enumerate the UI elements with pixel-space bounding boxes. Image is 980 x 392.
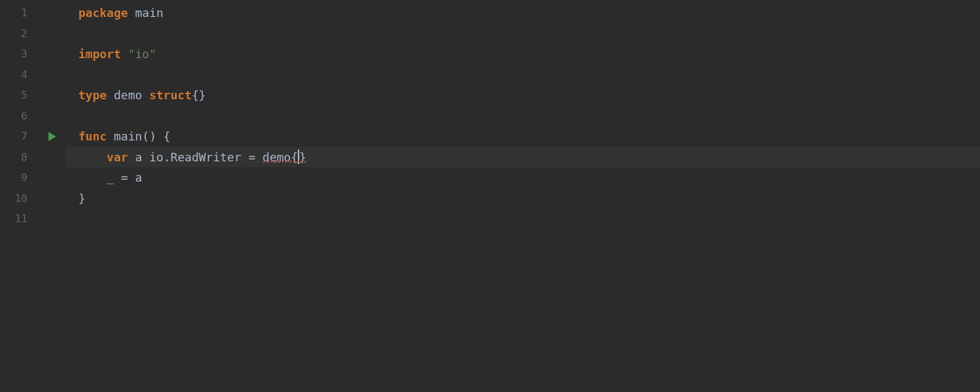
line-number: 2 — [0, 24, 39, 44]
keyword-type: type — [78, 88, 106, 102]
equals: = — [248, 150, 255, 164]
code-line[interactable]: package main — [65, 3, 980, 24]
line-number: 8 — [0, 147, 39, 168]
dot: . — [163, 150, 171, 164]
keyword-package: package — [78, 6, 128, 20]
line-number: 3 — [0, 44, 39, 65]
keyword-struct: struct — [149, 88, 191, 102]
code-line[interactable] — [65, 65, 980, 86]
code-line[interactable]: func main() { — [65, 126, 980, 147]
keyword-func: func — [78, 129, 106, 143]
code-line-current[interactable]: var a io.ReadWriter = demo{} — [65, 147, 980, 168]
braces: {} — [191, 88, 206, 102]
type-readwriter: ReadWriter — [171, 150, 241, 164]
parens: () — [142, 129, 157, 143]
code-line[interactable]: type demo struct{} — [65, 85, 980, 106]
lit-open-brace: { — [291, 150, 298, 164]
code-line[interactable] — [65, 24, 980, 44]
line-number: 7 — [0, 126, 39, 147]
composite-type: demo — [263, 150, 291, 164]
type-name: demo — [114, 88, 142, 102]
run-icon[interactable] — [48, 132, 57, 141]
code-line[interactable]: _ = a — [65, 167, 980, 188]
equals: = — [121, 171, 128, 184]
var-name: a — [135, 150, 142, 164]
line-number-gutter: 1 2 3 4 5 6 7 8 9 10 11 — [0, 0, 39, 392]
keyword-var: var — [106, 150, 128, 164]
blank-ident: _ — [106, 171, 114, 184]
svg-marker-0 — [48, 132, 56, 141]
code-area[interactable]: package main import "io" type demo struc… — [65, 0, 980, 392]
lit-close-brace: } — [299, 150, 306, 164]
code-editor[interactable]: 1 2 3 4 5 6 7 8 9 10 11 package main — [0, 0, 980, 392]
line-number: 4 — [0, 65, 39, 86]
line-number: 11 — [0, 208, 39, 229]
code-line[interactable]: } — [65, 188, 980, 209]
line-number: 10 — [0, 188, 39, 209]
package-name: main — [135, 6, 163, 20]
code-line[interactable]: import "io" — [65, 44, 980, 65]
keyword-import: import — [78, 47, 121, 61]
line-number: 9 — [0, 167, 39, 188]
close-brace: } — [78, 191, 86, 205]
func-name: main — [114, 129, 142, 143]
error-underline: demo{} — [263, 150, 306, 164]
line-number: 1 — [0, 3, 39, 24]
line-number: 5 — [0, 85, 39, 106]
pkg-io: io — [149, 150, 163, 164]
import-path: "io" — [128, 47, 156, 61]
code-line[interactable] — [65, 106, 980, 127]
open-brace: { — [163, 129, 171, 143]
code-line[interactable] — [65, 208, 980, 229]
var-ref: a — [135, 171, 142, 184]
gutter-run-column — [39, 0, 65, 392]
line-number: 6 — [0, 106, 39, 127]
